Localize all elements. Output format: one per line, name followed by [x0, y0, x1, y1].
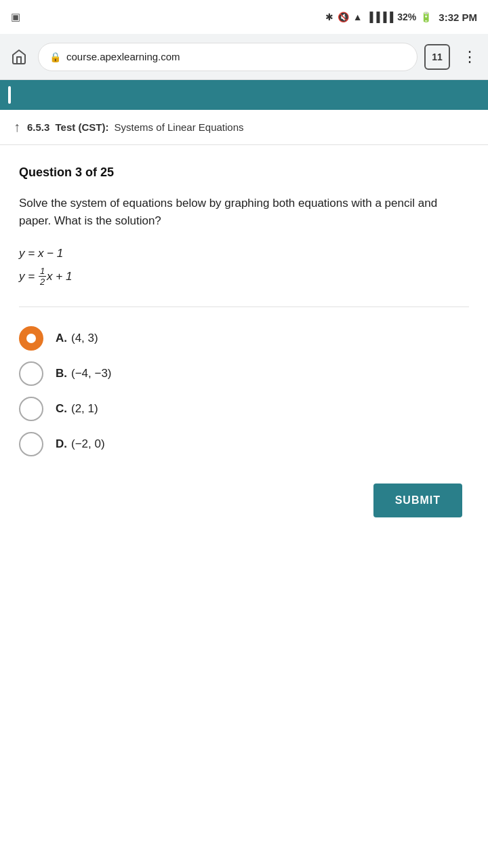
- option-a[interactable]: A.(4, 3): [19, 326, 469, 351]
- option-c-label: C.(2, 1): [56, 402, 98, 416]
- teal-nav-bar: [0, 80, 488, 110]
- submit-row: SUBMIT: [19, 484, 469, 517]
- progress-indicator: [8, 86, 11, 104]
- clock: 3:32 PM: [439, 12, 477, 23]
- option-d[interactable]: D.(−2, 0): [19, 432, 469, 456]
- lock-icon: 🔒: [49, 52, 61, 62]
- home-button[interactable]: [7, 45, 31, 69]
- bluetooth-icon: ✱: [325, 12, 333, 22]
- equation-1: y = x − 1: [19, 247, 469, 260]
- browser-chrome: 🔒 course.apexlearning.com 11 ⋮: [0, 34, 488, 80]
- question-text: Solve the system of equations below by g…: [19, 195, 469, 231]
- option-b[interactable]: B.(−4, −3): [19, 361, 469, 386]
- equations: y = x − 1 y = 12x + 1: [19, 247, 469, 307]
- radio-c[interactable]: [19, 397, 43, 421]
- mute-icon: 🔇: [338, 12, 349, 22]
- radio-d[interactable]: [19, 432, 43, 456]
- url-text: course.apexlearning.com: [66, 51, 180, 62]
- battery-icon: 🔋: [420, 12, 432, 22]
- breadcrumb-text: 6.5.3 Test (CST): Systems of Linear Equa…: [27, 121, 244, 133]
- status-bar: ▣ ✱ 🔇 ▲ ▐▐▐▐ 32% 🔋 3:32 PM: [0, 0, 488, 34]
- address-bar[interactable]: 🔒 course.apexlearning.com: [38, 43, 418, 71]
- question-container: Question 3 of 25 Solve the system of equ…: [0, 145, 488, 538]
- radio-inner-a: [26, 334, 36, 343]
- breadcrumb: ↑ 6.5.3 Test (CST): Systems of Linear Eq…: [0, 110, 488, 145]
- more-menu-button[interactable]: ⋮: [457, 45, 481, 69]
- tab-count-button[interactable]: 11: [424, 44, 450, 70]
- radio-a[interactable]: [19, 326, 43, 351]
- option-b-label: B.(−4, −3): [56, 367, 112, 380]
- battery-level: 32%: [397, 12, 416, 22]
- submit-button[interactable]: SUBMIT: [373, 484, 462, 517]
- radio-b[interactable]: [19, 361, 43, 386]
- options-list: A.(4, 3) B.(−4, −3) C.(2, 1) D.(−2, 0): [19, 326, 469, 456]
- option-a-label: A.(4, 3): [56, 332, 98, 345]
- cellular-icon: ▐▐▐▐: [367, 12, 394, 22]
- equation-2: y = 12x + 1: [19, 266, 469, 288]
- media-icon: ▣: [11, 11, 20, 23]
- back-button[interactable]: ↑: [14, 119, 20, 135]
- option-d-label: D.(−2, 0): [56, 437, 105, 451]
- wifi-icon: ▲: [353, 12, 363, 22]
- question-number: Question 3 of 25: [19, 165, 469, 180]
- option-c[interactable]: C.(2, 1): [19, 397, 469, 421]
